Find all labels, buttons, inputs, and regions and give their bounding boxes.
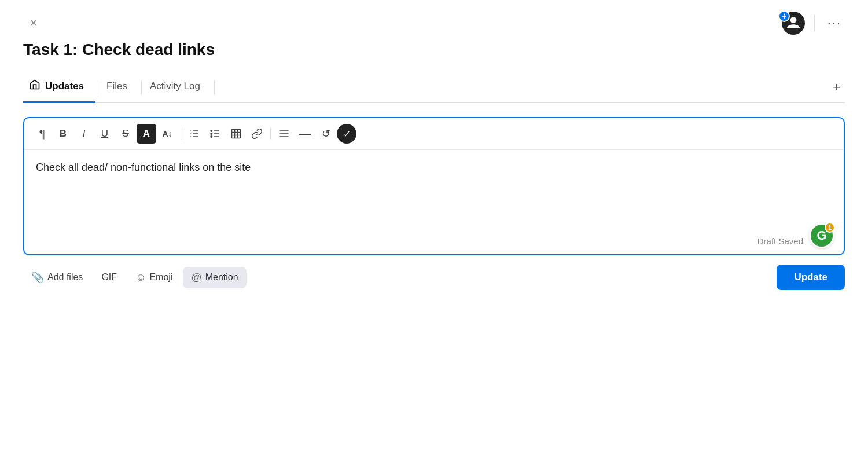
tab-activity-log-label: Activity Log — [150, 80, 200, 92]
gif-label: GIF — [101, 272, 117, 283]
link-button[interactable] — [247, 124, 267, 144]
header-divider — [814, 15, 815, 31]
italic-button[interactable]: I — [74, 124, 94, 144]
strikethrough-button[interactable]: S — [116, 124, 135, 144]
more-options-button[interactable]: ··· — [824, 13, 845, 34]
table-button[interactable] — [226, 124, 246, 144]
editor-content[interactable]: Check all dead/ non-functional links on … — [36, 162, 832, 174]
font-size-button[interactable]: A↕ — [157, 124, 177, 144]
underline-button[interactable]: U — [95, 124, 115, 144]
paragraph-button[interactable]: ¶ — [32, 124, 52, 144]
grammarly-badge[interactable]: G 1 — [809, 223, 834, 248]
unordered-list-button[interactable] — [205, 124, 225, 144]
add-tab-button[interactable]: + — [828, 78, 845, 97]
tab-activity-log[interactable]: Activity Log — [144, 75, 212, 102]
emoji-button[interactable]: ☺ Emoji — [127, 267, 181, 288]
ordered-list-button[interactable] — [185, 124, 204, 144]
tab-divider-1 — [98, 80, 98, 94]
tab-files[interactable]: Files — [101, 75, 139, 102]
header-row: × + ··· — [23, 12, 845, 35]
tab-divider-2 — [141, 80, 142, 94]
mention-label: Mention — [205, 272, 238, 283]
toolbar-sep-1 — [181, 128, 181, 140]
update-button[interactable]: Update — [777, 265, 845, 290]
emoji-label: Emoji — [149, 272, 172, 283]
plus-icon: + — [778, 10, 790, 22]
align-button[interactable] — [274, 124, 294, 144]
editor-body[interactable]: Check all dead/ non-functional links on … — [24, 150, 844, 254]
tab-divider-3 — [214, 80, 215, 94]
tab-updates[interactable]: Updates — [23, 73, 95, 103]
toolbar-sep-2 — [270, 128, 271, 140]
hr-button[interactable]: — — [295, 124, 315, 144]
undo-button[interactable]: ↺ — [316, 124, 336, 144]
add-member-button[interactable]: + — [782, 12, 805, 35]
text-color-button[interactable]: A — [137, 124, 156, 144]
add-files-label: Add files — [47, 272, 83, 283]
mention-button[interactable]: @ Mention — [183, 267, 246, 288]
grammarly-icon: G 1 — [809, 223, 834, 248]
svg-rect-12 — [232, 130, 241, 138]
grammarly-notification-badge: 1 — [825, 222, 835, 233]
task-title: Task 1: Check dead links — [23, 41, 845, 59]
tab-updates-label: Updates — [45, 80, 84, 92]
bold-button[interactable]: B — [53, 124, 73, 144]
bottom-toolbar: 📎 Add files GIF ☺ Emoji @ Mention Update — [23, 265, 845, 290]
svg-point-10 — [211, 133, 212, 135]
gif-button[interactable]: GIF — [93, 267, 125, 287]
tab-files-label: Files — [106, 80, 127, 92]
home-icon — [29, 79, 41, 93]
svg-point-9 — [211, 130, 212, 132]
tabs-row: Updates Files Activity Log + — [23, 73, 845, 103]
mention-icon: @ — [191, 272, 201, 284]
editor-toolbar: ¶ B I U S A A↕ — ↺ — [24, 118, 844, 150]
add-files-button[interactable]: 📎 Add files — [23, 266, 91, 288]
draft-status: Draft Saved — [757, 236, 803, 246]
emoji-icon: ☺ — [135, 272, 146, 284]
checklist-button[interactable]: ✓ — [337, 124, 356, 144]
header-right: + ··· — [782, 12, 845, 35]
editor-container: ¶ B I U S A A↕ — ↺ — [23, 117, 845, 255]
page-container: × + ··· Task 1: Check dead links Updates — [0, 0, 868, 451]
close-button[interactable]: × — [23, 13, 44, 34]
svg-point-11 — [211, 136, 212, 138]
paperclip-icon: 📎 — [31, 271, 44, 284]
